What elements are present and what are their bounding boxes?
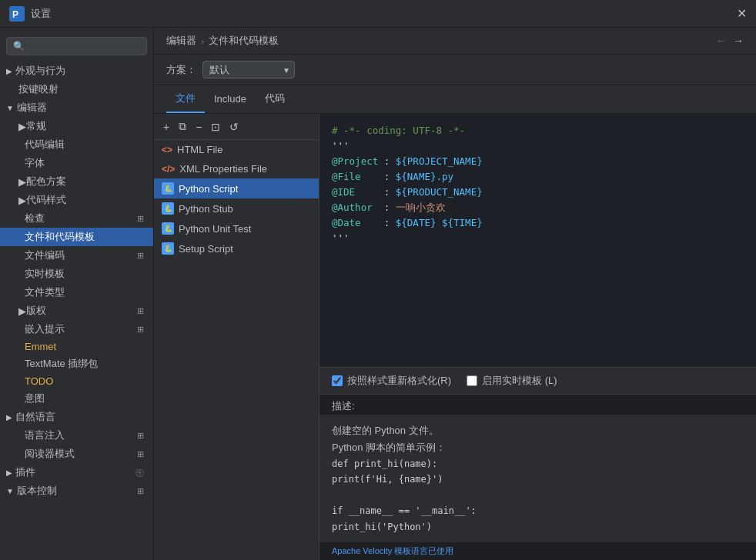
settings-icon: ⊞: [137, 449, 144, 459]
translate-icon: ㊉: [135, 467, 144, 478]
file-item-setup-script[interactable]: 🐍 Setup Script: [154, 238, 319, 258]
nav-arrows: ← →: [716, 35, 744, 47]
sidebar-item-intention[interactable]: 意图: [0, 389, 153, 408]
live-template-checkbox-label[interactable]: 启用实时模板 (L): [467, 374, 557, 388]
reformat-checkbox[interactable]: [332, 375, 343, 386]
file-item-label: Python Stub: [179, 203, 233, 215]
sidebar-item-label: 版权: [26, 304, 46, 318]
html-icon: <>: [162, 145, 172, 155]
file-list-panel: + ⧉ − ⊡ ↺ <> HTML File </> XML Properti: [154, 114, 319, 560]
sidebar-item-natural-lang[interactable]: ▶ 自然语言: [0, 408, 153, 426]
sidebar-item-label: 嵌入提示: [25, 322, 65, 336]
sidebar-item-label: 编辑器: [17, 101, 47, 115]
sidebar-item-textmate[interactable]: TextMate 插绑包: [0, 355, 153, 373]
tab-code[interactable]: 代码: [256, 85, 294, 113]
copy-template-button[interactable]: ⧉: [176, 118, 189, 135]
sidebar-item-label: 常规: [26, 119, 46, 133]
chevron-right-icon: ▶: [18, 121, 26, 132]
sidebar-item-code-style[interactable]: ▶ 代码样式: [0, 191, 153, 209]
sidebar-item-live-templates[interactable]: 实时模板: [0, 265, 153, 283]
svg-text:P: P: [12, 9, 18, 20]
sidebar-search-input[interactable]: [6, 37, 147, 55]
chevron-right-icon: ▶: [18, 195, 26, 206]
sidebar-item-plugins[interactable]: ▶ 插件 ㊉: [0, 463, 153, 482]
sidebar-item-file-types[interactable]: 文件类型: [0, 283, 153, 302]
file-list-toolbar: + ⧉ − ⊡ ↺: [154, 114, 319, 140]
code-editor[interactable]: # -*- coding: UTF-8 -*- ''' @Project : $…: [319, 114, 756, 367]
nav-back-button[interactable]: ←: [716, 35, 727, 47]
description-label: 描述:: [319, 395, 756, 415]
nav-forward-button[interactable]: →: [733, 35, 744, 47]
sidebar-item-emmet[interactable]: Emmet: [0, 338, 153, 355]
sidebar-item-reader-mode[interactable]: 阅读器模式 ⊞: [0, 445, 153, 463]
sidebar-item-appearance[interactable]: ▶ 外观与行为: [0, 62, 153, 80]
sidebar-item-label: 配色方案: [26, 175, 66, 188]
sidebar-item-inspect[interactable]: 检查 ⊞: [0, 209, 153, 228]
python-icon: 🐍: [162, 222, 174, 235]
file-list: <> HTML File </> XML Properties File 🐍 P…: [154, 140, 319, 560]
live-template-checkbox[interactable]: [467, 375, 477, 386]
chevron-right-icon: ▶: [6, 67, 12, 75]
tab-files[interactable]: 文件: [166, 85, 205, 113]
description-section: 描述: 创建空的 Python 文件。 Python 脚本的简单示例： def …: [319, 394, 756, 560]
code-line-1: # -*- coding: UTF-8 -*-: [332, 123, 744, 138]
sidebar-item-file-encoding[interactable]: 文件编码 ⊞: [0, 246, 153, 265]
reset-template-button[interactable]: ↺: [226, 119, 242, 135]
description-box: 创建空的 Python 文件。 Python 脚本的简单示例： def prin…: [319, 415, 756, 542]
breadcrumb-part1: 编辑器: [166, 34, 196, 48]
sidebar-item-label: 实时模板: [25, 267, 65, 281]
sidebar: ▶ 外观与行为 按键映射 ▼ 编辑器 ▶ 常规 代码编辑 字体 ▶ 配色方案 ▶: [0, 28, 154, 560]
chevron-down-icon: ▼: [6, 487, 14, 495]
sidebar-item-label: 插件: [15, 465, 35, 479]
code-line-8: ''': [332, 231, 744, 246]
desc-code-2: print(f'Hi, {name}'): [332, 472, 744, 487]
add-template-button[interactable]: +: [160, 119, 172, 135]
restore-template-button[interactable]: ⊡: [208, 119, 223, 135]
desc-line-1: 创建空的 Python 文件。: [332, 422, 744, 439]
breadcrumb: 编辑器 › 文件和代码模板: [166, 34, 279, 48]
scheme-label: 方案：: [166, 63, 196, 77]
file-item-html[interactable]: <> HTML File: [154, 140, 319, 159]
sidebar-item-vcs[interactable]: ▼ 版本控制 ⊞: [0, 482, 153, 500]
code-line-6: @Author : 一响小贪欢: [332, 200, 744, 215]
sidebar-item-label: TextMate 插绑包: [25, 357, 98, 371]
content-header: 编辑器 › 文件和代码模板 ← →: [154, 28, 756, 55]
code-line-2: ''': [332, 138, 744, 154]
sidebar-item-inlay-hints[interactable]: 嵌入提示 ⊞: [0, 320, 153, 338]
footer-text: 模板语言已使用: [392, 546, 453, 555]
sidebar-item-label: 阅读器模式: [25, 447, 75, 461]
apache-label: Apache Velocity: [332, 546, 392, 555]
settings-icon: ⊞: [137, 251, 144, 261]
sidebar-item-editor-group[interactable]: ▼ 编辑器: [0, 98, 153, 117]
window-title: 设置: [31, 7, 51, 21]
xml-icon: </>: [162, 164, 175, 175]
file-item-xml[interactable]: </> XML Properties File: [154, 159, 319, 178]
editor-panel: # -*- coding: UTF-8 -*- ''' @Project : $…: [319, 114, 756, 560]
file-item-python-script[interactable]: 🐍 Python Script: [154, 178, 319, 198]
python-icon: 🐍: [162, 202, 174, 215]
reformat-checkbox-label[interactable]: 按照样式重新格式化(R): [332, 374, 451, 388]
chevron-right-icon: ▶: [18, 176, 26, 188]
sidebar-item-color-scheme[interactable]: ▶ 配色方案: [0, 172, 153, 191]
sidebar-item-label: 意图: [25, 392, 45, 405]
sidebar-item-keymap[interactable]: 按键映射: [0, 80, 153, 98]
sidebar-item-lang-inject[interactable]: 语言注入 ⊞: [0, 426, 153, 445]
sidebar-item-label: 字体: [25, 156, 45, 170]
scheme-select[interactable]: 默认: [202, 61, 295, 78]
desc-line-2: Python 脚本的简单示例：: [332, 439, 744, 456]
sidebar-item-copyright[interactable]: ▶ 版权 ⊞: [0, 302, 153, 320]
main-layout: ▶ 外观与行为 按键映射 ▼ 编辑器 ▶ 常规 代码编辑 字体 ▶ 配色方案 ▶: [0, 28, 756, 560]
tab-include[interactable]: Include: [205, 87, 256, 112]
sidebar-item-label: 自然语言: [15, 410, 55, 424]
sidebar-item-general[interactable]: ▶ 常规: [0, 117, 153, 135]
content-area: 编辑器 › 文件和代码模板 ← → 方案： 默认 ▼ 文件 Include 代码: [154, 28, 756, 560]
close-button[interactable]: ✕: [737, 6, 747, 21]
chevron-right-icon: ▶: [6, 468, 12, 477]
sidebar-item-file-templates[interactable]: 文件和代码模板: [0, 228, 153, 246]
file-item-python-stub[interactable]: 🐍 Python Stub: [154, 198, 319, 218]
sidebar-item-code-edit[interactable]: 代码编辑: [0, 135, 153, 154]
sidebar-item-todo[interactable]: TODO: [0, 373, 153, 389]
sidebar-item-font[interactable]: 字体: [0, 154, 153, 172]
file-item-python-unit-test[interactable]: 🐍 Python Unit Test: [154, 218, 319, 238]
remove-template-button[interactable]: −: [192, 119, 205, 135]
